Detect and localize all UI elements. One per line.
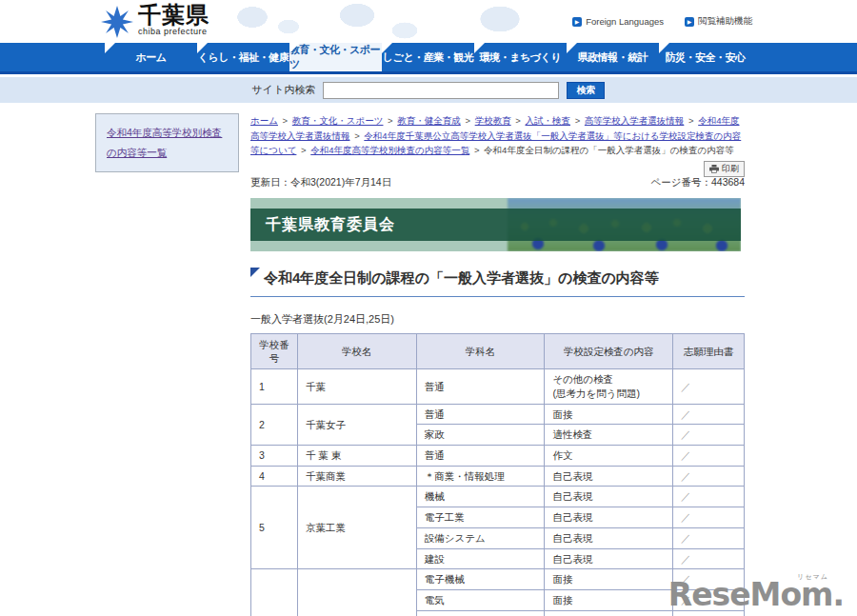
- main-content: ホーム > 教育・文化・スポーツ > 教育・健全育成 > 学校教育 > 入試・検…: [250, 113, 745, 616]
- cell-exam: 面接: [545, 569, 673, 590]
- tab-kensei[interactable]: 県政情報・統計: [567, 43, 659, 71]
- arrow-icon: ▶: [572, 17, 582, 27]
- search-label: サイト内検索: [252, 83, 316, 97]
- breadcrumb-separator: >: [474, 145, 480, 155]
- table-row: 4 千葉商業 ＊商業・情報処理 自己表現 ／: [251, 466, 745, 487]
- table-body: 1 千葉 普通 その他の検査 (思考力を問う問題) ／ 2 千葉女子 普通 面接…: [251, 369, 745, 616]
- cell-form: ／: [673, 446, 745, 467]
- breadcrumb-link[interactable]: ホーム: [250, 115, 278, 126]
- exam-content-table: 学校番号 学校名 学科名 学校設定検査の内容 志願理由書 1 千葉 普通 その他…: [250, 333, 745, 616]
- cell-exam: 作文: [545, 446, 673, 467]
- tab-home[interactable]: ホーム: [105, 43, 197, 71]
- accessibility-label: 閲覧補助機能: [698, 15, 752, 28]
- breadcrumb-link[interactable]: 教育・健全育成: [397, 115, 461, 126]
- breadcrumb-link[interactable]: 高等学校入学者選抜情報: [585, 115, 685, 126]
- cell-school-number: 6: [251, 569, 298, 616]
- cell-school-number: 4: [251, 466, 298, 487]
- header-department: 学科名: [416, 334, 545, 369]
- breadcrumb-link[interactable]: 令和4年度高等学校別検査の内容等一覧: [310, 145, 469, 155]
- tab-kankyo[interactable]: 環境・まちづくり: [474, 43, 567, 71]
- cell-exam: 面接: [545, 610, 673, 616]
- cell-school-name: 千葉: [297, 369, 416, 404]
- chiba-star-icon: [101, 4, 133, 42]
- sidebar-link-kensa-ichiran[interactable]: 令和4年度高等学校別検査の内容等一覧: [107, 127, 222, 158]
- tab-kyoiku[interactable]: 教育・文化・スポーツ: [289, 43, 382, 71]
- cell-department: 電子機械: [416, 569, 545, 590]
- breadcrumb: ホーム > 教育・文化・スポーツ > 教育・健全育成 > 学校教育 > 入試・検…: [250, 113, 745, 158]
- search-button[interactable]: 検索: [567, 82, 605, 99]
- tab-shigoto[interactable]: しごと・産業・観光: [382, 43, 474, 71]
- table-row: 1 千葉 普通 その他の検査 (思考力を問う問題) ／: [251, 369, 745, 404]
- cell-department: 電気: [416, 589, 545, 610]
- tab-kurashi[interactable]: くらし・福祉・健康: [197, 43, 289, 71]
- cell-school-name: 千葉商業: [297, 466, 416, 487]
- cell-school-name: 千葉工業: [297, 569, 416, 616]
- cell-school-name: 千葉女子: [297, 404, 416, 445]
- header-school-name: 学校名: [297, 334, 416, 369]
- breadcrumb-current: 令和4年度全日制の課程の「一般入学者選抜」の検査の内容等: [484, 145, 734, 155]
- utility-links: ▶ Foreign Languages ▶ 閲覧補助機能: [572, 15, 752, 28]
- cell-form: ／: [673, 487, 745, 507]
- printer-icon: [709, 165, 719, 173]
- sidebar-box: 令和4年度高等学校別検査の内容等一覧: [95, 113, 239, 172]
- corner-triangle-icon: [250, 268, 260, 277]
- cell-school-number: 2: [251, 404, 298, 445]
- foreign-languages-link[interactable]: ▶ Foreign Languages: [572, 15, 664, 28]
- breadcrumb-separator: >: [354, 130, 360, 141]
- cell-form: ／: [673, 589, 745, 610]
- tab-bosai[interactable]: 防災・安全・安心: [659, 43, 751, 71]
- cell-exam: 適性検査: [545, 425, 673, 446]
- cell-department: 機械: [416, 487, 545, 507]
- breadcrumb-link[interactable]: 教育・文化・スポーツ: [292, 115, 384, 126]
- cell-department: 情報技術: [416, 610, 545, 616]
- print-row: 印刷: [250, 160, 745, 174]
- breadcrumb-separator: >: [575, 115, 581, 126]
- cell-department: 設備システム: [416, 527, 545, 548]
- header-school-number: 学校番号: [251, 334, 298, 369]
- cell-exam: 自己表現: [545, 487, 673, 507]
- table-row: 2 千葉女子 普通 面接 ／: [251, 404, 745, 425]
- table-row: 5 京葉工業 機械 自己表現 ／: [251, 487, 745, 507]
- breadcrumb-link[interactable]: 入試・検査: [526, 115, 571, 126]
- cell-form: ／: [673, 404, 745, 425]
- breadcrumb-separator: >: [515, 115, 521, 126]
- table-row: 3 千 葉 東 普通 作文 ／: [251, 446, 745, 467]
- site-subtitle: chiba prefecture: [138, 28, 209, 36]
- cell-department: 家政: [416, 425, 545, 446]
- site-header: 千葉県 chiba prefecture ▶ Foreign Languages…: [0, 0, 857, 43]
- cell-form: ／: [673, 548, 745, 569]
- breadcrumb-separator: >: [388, 115, 393, 126]
- foreign-languages-label: Foreign Languages: [586, 16, 664, 27]
- print-button[interactable]: 印刷: [704, 161, 745, 177]
- site-logo[interactable]: 千葉県 chiba prefecture: [101, 4, 209, 42]
- cell-department: 普通: [416, 369, 545, 404]
- banner-title: 千葉県教育委員会: [266, 215, 395, 235]
- cell-department: 電子工業: [416, 507, 545, 528]
- cell-exam: 自己表現: [545, 548, 673, 569]
- cell-form: ／: [673, 369, 745, 404]
- table-header-row: 学校番号 学校名 学科名 学校設定検査の内容 志願理由書: [251, 334, 745, 369]
- print-label: 印刷: [722, 163, 739, 175]
- search-input[interactable]: [323, 82, 559, 99]
- cell-school-number: 3: [251, 446, 298, 467]
- cell-form: ／: [673, 507, 745, 528]
- breadcrumb-separator: >: [688, 115, 694, 126]
- table-head: 学校番号 学校名 学科名 学校設定検査の内容 志願理由書: [251, 334, 745, 369]
- cell-exam: 面接: [545, 589, 673, 610]
- accessibility-link[interactable]: ▶ 閲覧補助機能: [685, 15, 752, 28]
- cell-school-number: 1: [251, 369, 298, 404]
- cell-form: ／: [673, 425, 745, 446]
- cell-exam: 面接: [545, 404, 673, 425]
- cell-exam: 自己表現: [545, 507, 673, 528]
- cell-form: ／: [673, 610, 745, 616]
- cell-form: ／: [673, 466, 745, 487]
- cell-exam: 自己表現: [545, 466, 673, 487]
- cell-department: ＊商業・情報処理: [416, 466, 545, 487]
- board-of-education-banner: 千葉県教育委員会: [250, 198, 741, 251]
- cell-school-name: 京葉工業: [297, 487, 416, 569]
- breadcrumb-separator: >: [465, 115, 470, 126]
- arrow-icon: ▶: [685, 17, 694, 27]
- cell-department: 普通: [416, 404, 545, 425]
- breadcrumb-link[interactable]: 学校教育: [475, 115, 511, 126]
- cell-exam: 自己表現: [545, 527, 673, 548]
